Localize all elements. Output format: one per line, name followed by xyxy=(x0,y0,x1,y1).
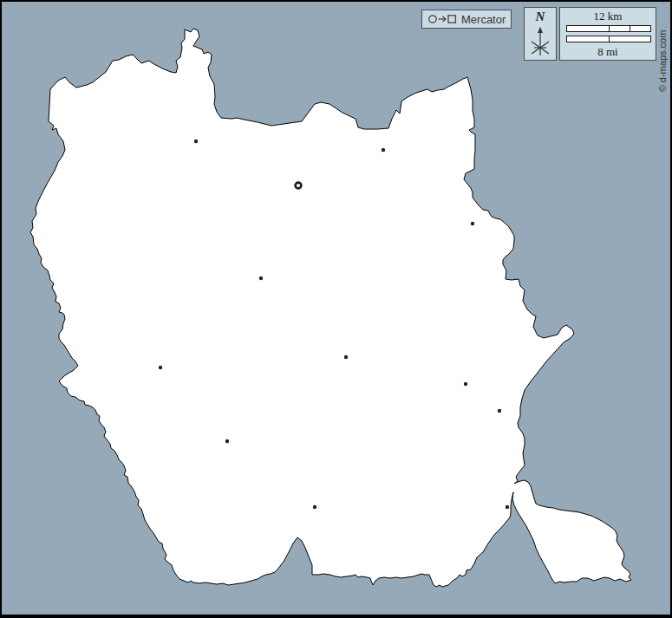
projection-label: Mercator xyxy=(461,13,506,26)
scale-tick xyxy=(630,26,630,31)
city-marker xyxy=(382,148,385,152)
scale-mi-label: 8 mi xyxy=(560,45,656,59)
scale-tick xyxy=(609,36,610,42)
city-marker xyxy=(506,505,509,509)
outline-map xyxy=(0,0,672,618)
capital-marker xyxy=(296,183,302,189)
scale-mi-bar xyxy=(566,36,651,42)
scale-bar: 12 km 8 mi xyxy=(559,7,656,61)
map-canvas: Mercator N 12 km 8 mi © d-maps.com xyxy=(0,0,672,618)
compass: N xyxy=(524,7,557,61)
north-label: N xyxy=(525,10,556,24)
circle-to-square-icon xyxy=(427,14,457,24)
city-marker xyxy=(159,366,162,369)
city-marker xyxy=(259,276,263,280)
city-marker xyxy=(225,439,229,443)
city-marker xyxy=(464,382,467,386)
projection-badge: Mercator xyxy=(421,10,512,29)
coastline xyxy=(30,29,631,587)
city-marker xyxy=(313,505,316,509)
scale-km-bar xyxy=(566,25,651,32)
scale-km-label: 12 km xyxy=(560,10,656,23)
scale-tick xyxy=(609,26,610,31)
city-marker xyxy=(344,355,348,359)
city-marker xyxy=(194,140,198,143)
compass-needle-icon xyxy=(525,24,556,59)
city-marker xyxy=(471,222,474,225)
attribution: © d-maps.com xyxy=(657,18,669,105)
city-marker xyxy=(498,409,501,413)
